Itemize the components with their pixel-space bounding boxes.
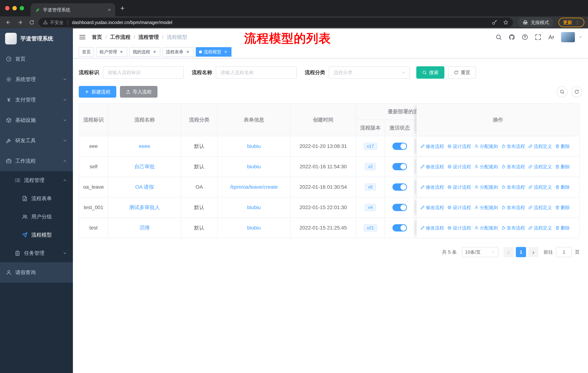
minimize-window-button[interactable]: [12, 6, 17, 10]
assign-rule-button[interactable]: 分配规则: [474, 204, 498, 211]
active-toggle[interactable]: [392, 183, 407, 191]
user-avatar[interactable]: [561, 32, 575, 42]
sidebar-item-leave-query[interactable]: 请假查询: [0, 262, 73, 283]
tag-close-icon[interactable]: ×: [223, 49, 228, 54]
sidebar-item-process-manage[interactable]: 流程管理: [0, 171, 73, 189]
tag-close-icon[interactable]: ×: [119, 49, 124, 54]
form-info-link[interactable]: /bpm/oa/leave/create: [230, 184, 278, 190]
active-toggle[interactable]: [392, 163, 407, 170]
process-name-input[interactable]: [216, 66, 297, 79]
browser-menu-icon[interactable]: ⋮: [575, 20, 580, 25]
sidebar-item-process-model[interactable]: 流程模型: [0, 226, 73, 244]
tab-close-icon[interactable]: ×: [106, 7, 112, 13]
sidebar-item-home[interactable]: 首页: [0, 49, 73, 69]
model-name-link[interactable]: eeee: [139, 143, 150, 149]
import-process-button[interactable]: 导入流程: [120, 86, 158, 98]
tag-home[interactable]: 首页: [79, 47, 94, 57]
assign-rule-button[interactable]: 分配规则: [474, 225, 498, 231]
toggle-search-button[interactable]: [557, 86, 567, 97]
breadcrumb-home[interactable]: 首页: [92, 34, 102, 40]
model-name-link[interactable]: 自己审批: [134, 163, 155, 170]
design-process-button[interactable]: 设计流程: [447, 184, 471, 190]
key-icon[interactable]: [492, 20, 497, 25]
page-number-button[interactable]: 1: [516, 247, 526, 257]
create-process-button[interactable]: 新建流程: [79, 86, 116, 98]
address-bar[interactable]: 不安全 dashboard.yudao.iocoder.cn/bpm/manag…: [39, 18, 513, 27]
search-icon[interactable]: [495, 34, 502, 40]
publish-process-button[interactable]: 发布流程: [501, 164, 525, 170]
publish-process-button[interactable]: 发布流程: [501, 204, 525, 211]
close-window-button[interactable]: [5, 6, 10, 10]
model-name-link[interactable]: OA 请假: [135, 184, 154, 191]
reset-button[interactable]: 重置: [448, 66, 476, 79]
design-process-button[interactable]: 设计流程: [447, 143, 471, 149]
sidebar-toggle-icon[interactable]: [79, 33, 86, 41]
delete-button[interactable]: 删除: [555, 143, 570, 149]
help-icon[interactable]: [522, 34, 528, 40]
tag-process-form[interactable]: 流程表单×: [163, 47, 194, 57]
sidebar-item-workflow[interactable]: 工作流程: [0, 151, 73, 171]
category-select[interactable]: 流程分类: [329, 66, 410, 79]
next-page-button[interactable]: ›: [528, 247, 538, 257]
refresh-table-button[interactable]: [571, 86, 582, 97]
tag-my-process[interactable]: 我的流程×: [129, 47, 160, 57]
font-size-icon[interactable]: [548, 34, 555, 40]
browser-tab[interactable]: 芋道管理系统 ×: [31, 3, 115, 16]
app-logo[interactable]: 芋道管理系统: [0, 28, 73, 49]
zoom-window-button[interactable]: [20, 6, 24, 10]
new-tab-button[interactable]: +: [115, 4, 130, 12]
assign-rule-button[interactable]: 分配规则: [474, 143, 498, 149]
design-process-button[interactable]: 设计流程: [447, 225, 471, 231]
delete-button[interactable]: 删除: [555, 225, 570, 231]
modify-process-button[interactable]: 修改流程: [420, 143, 444, 149]
delete-button[interactable]: 删除: [555, 184, 570, 190]
prev-page-button[interactable]: ‹: [504, 247, 514, 257]
process-id-input[interactable]: [103, 66, 184, 79]
design-process-button[interactable]: 设计流程: [447, 204, 471, 211]
breadcrumb-workflow[interactable]: 工作流程: [110, 34, 130, 40]
form-info-link[interactable]: biubiu: [247, 204, 261, 210]
page-size-select[interactable]: 10条/页: [462, 247, 498, 257]
browser-update-button[interactable]: 更新 ⋮: [558, 18, 584, 27]
model-name-link[interactable]: 测试多审批人: [129, 204, 160, 211]
sidebar-item-infra[interactable]: 基础设施: [0, 110, 73, 131]
sidebar-item-process-form[interactable]: 流程表单: [0, 189, 73, 208]
process-definition-button[interactable]: 流程定义: [528, 143, 552, 149]
modify-process-button[interactable]: 修改流程: [420, 164, 444, 170]
delete-button[interactable]: 删除: [555, 164, 570, 170]
tag-close-icon[interactable]: ×: [185, 49, 190, 54]
assign-rule-button[interactable]: 分配规则: [474, 164, 498, 170]
form-info-link[interactable]: biubiu: [247, 164, 261, 170]
search-button[interactable]: 搜索: [416, 66, 444, 79]
delete-button[interactable]: 删除: [555, 204, 570, 211]
active-toggle[interactable]: [392, 224, 407, 232]
sidebar-item-dev-tools[interactable]: 研发工具: [0, 131, 73, 151]
goto-page-input[interactable]: [556, 247, 572, 257]
modify-process-button[interactable]: 修改流程: [420, 204, 444, 211]
modify-process-button[interactable]: 修改流程: [420, 184, 444, 190]
publish-process-button[interactable]: 发布流程: [501, 143, 525, 149]
reload-button[interactable]: [27, 18, 36, 27]
modify-process-button[interactable]: 修改流程: [420, 225, 444, 231]
process-definition-button[interactable]: 流程定义: [528, 184, 552, 190]
sidebar-item-system[interactable]: 系统管理: [0, 69, 73, 90]
model-name-link[interactable]: 滔博: [139, 224, 150, 231]
sidebar-item-user-group[interactable]: 用户分组: [0, 208, 73, 226]
process-definition-button[interactable]: 流程定义: [528, 225, 552, 231]
process-definition-button[interactable]: 流程定义: [528, 164, 552, 170]
design-process-button[interactable]: 设计流程: [447, 164, 471, 170]
process-definition-button[interactable]: 流程定义: [528, 204, 552, 211]
bookmark-star-icon[interactable]: [503, 20, 509, 25]
form-info-link[interactable]: biubiu: [247, 143, 261, 149]
forward-button[interactable]: [15, 18, 25, 27]
back-button[interactable]: [4, 18, 13, 27]
breadcrumb-process-manage[interactable]: 流程管理: [138, 34, 159, 40]
fullscreen-icon[interactable]: [535, 34, 541, 40]
active-toggle[interactable]: [392, 204, 407, 211]
assign-rule-button[interactable]: 分配规则: [474, 184, 498, 190]
sidebar-item-task-manage[interactable]: 任务管理: [0, 244, 73, 262]
publish-process-button[interactable]: 发布流程: [501, 225, 525, 231]
tag-process-model[interactable]: 流程模型×: [196, 47, 231, 57]
publish-process-button[interactable]: 发布流程: [501, 184, 525, 190]
sidebar-item-payment[interactable]: ¥ 支付管理: [0, 90, 73, 110]
